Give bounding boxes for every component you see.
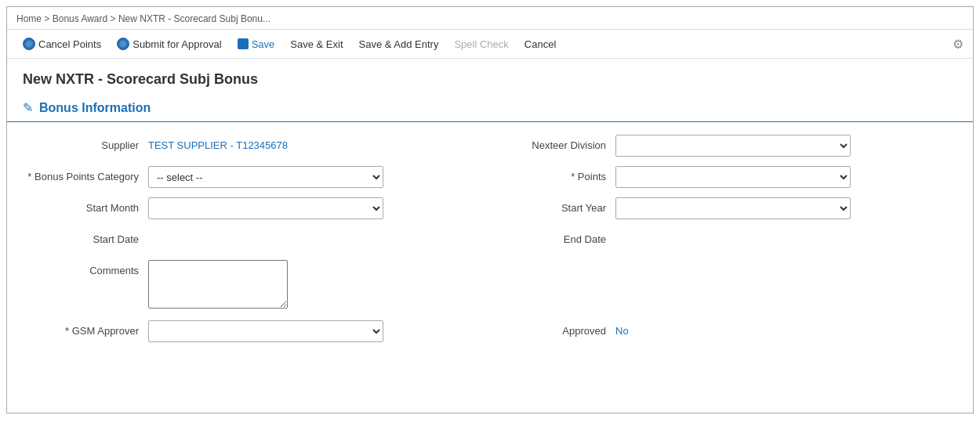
comments-textarea[interactable] xyxy=(148,260,288,309)
supplier-link[interactable]: TEST SUPPLIER - T12345678 xyxy=(148,139,288,151)
gsm-approver-group: * GSM Approver xyxy=(23,320,490,342)
start-date-group: Start Date xyxy=(23,229,490,251)
settings-button[interactable]: ⚙ xyxy=(953,37,964,52)
save-add-button[interactable]: Save & Add Entry xyxy=(353,35,445,53)
toolbar: Cancel Points Submit for Approval Save S… xyxy=(7,29,973,59)
row-dates: Start Date End Date xyxy=(23,229,957,251)
points-group: * Points xyxy=(490,166,957,188)
start-month-group: Start Month xyxy=(23,197,490,219)
start-year-select[interactable] xyxy=(615,197,851,219)
start-month-label: Start Month xyxy=(23,197,148,219)
comments-group: Comments xyxy=(23,260,957,311)
section-header: ✎ Bonus Information xyxy=(7,94,973,122)
approved-group: Approved No xyxy=(490,320,957,342)
save-icon xyxy=(238,38,249,49)
points-select[interactable] xyxy=(615,166,851,188)
nexteer-division-control xyxy=(615,135,851,157)
approved-value-container: No xyxy=(615,320,851,342)
breadcrumb-bonus-award: Bonus Award xyxy=(53,13,108,24)
breadcrumb: Home > Bonus Award > New NXTR - Scorecar… xyxy=(7,7,973,29)
nexteer-division-label: Nexteer Division xyxy=(490,135,615,157)
globe-icon-2 xyxy=(117,38,129,50)
bonus-category-group: * Bonus Points Category -- select -- xyxy=(23,166,490,188)
supplier-value-container: TEST SUPPLIER - T12345678 xyxy=(148,135,383,157)
start-year-label: Start Year xyxy=(490,197,615,219)
submit-approval-button[interactable]: Submit for Approval xyxy=(111,34,227,53)
save-button[interactable]: Save xyxy=(231,35,281,53)
bonus-category-label: * Bonus Points Category xyxy=(23,166,148,188)
row-comments: Comments xyxy=(23,260,957,311)
nexteer-division-group: Nexteer Division xyxy=(490,135,957,157)
globe-icon xyxy=(23,38,35,50)
page-title: New NXTR - Scorecard Subj Bonus xyxy=(7,59,973,94)
comments-label: Comments xyxy=(23,260,148,282)
breadcrumb-home: Home xyxy=(16,13,42,24)
approved-label: Approved xyxy=(490,320,615,342)
bonus-category-control: -- select -- xyxy=(148,166,383,188)
row-start-month: Start Month Start Year xyxy=(23,197,957,219)
start-year-group: Start Year xyxy=(490,197,957,219)
approved-value: No xyxy=(615,325,629,337)
start-year-control xyxy=(615,197,851,219)
form-area: Supplier TEST SUPPLIER - T12345678 Nexte… xyxy=(7,135,973,367)
bonus-category-select[interactable]: -- select -- xyxy=(148,166,383,188)
end-date-label: End Date xyxy=(490,229,615,251)
cancel-button[interactable]: Cancel xyxy=(518,35,562,53)
supplier-label: Supplier xyxy=(23,135,148,157)
end-date-group: End Date xyxy=(490,229,957,251)
start-month-select[interactable] xyxy=(148,197,383,219)
gsm-approver-select[interactable] xyxy=(148,320,383,342)
pencil-icon: ✎ xyxy=(23,100,33,115)
row-supplier: Supplier TEST SUPPLIER - T12345678 Nexte… xyxy=(23,135,957,157)
section-title: Bonus Information xyxy=(39,101,151,115)
breadcrumb-current: New NXTR - Scorecard Subj Bonu... xyxy=(118,13,270,24)
gsm-approver-label: * GSM Approver xyxy=(23,320,148,342)
spell-check-button[interactable]: Spell Check xyxy=(448,35,514,53)
save-exit-button[interactable]: Save & Exit xyxy=(284,35,349,53)
gsm-approver-control xyxy=(148,320,383,342)
supplier-group: Supplier TEST SUPPLIER - T12345678 xyxy=(23,135,490,157)
row-gsm: * GSM Approver Approved No xyxy=(23,320,957,342)
nexteer-division-select[interactable] xyxy=(615,135,851,157)
points-label: * Points xyxy=(490,166,615,188)
cancel-points-button[interactable]: Cancel Points xyxy=(16,34,107,53)
start-date-label: Start Date xyxy=(23,229,148,251)
points-control xyxy=(615,166,851,188)
comments-control xyxy=(148,260,909,311)
row-bonus-category: * Bonus Points Category -- select -- * P… xyxy=(23,166,957,188)
start-month-control xyxy=(148,197,383,219)
